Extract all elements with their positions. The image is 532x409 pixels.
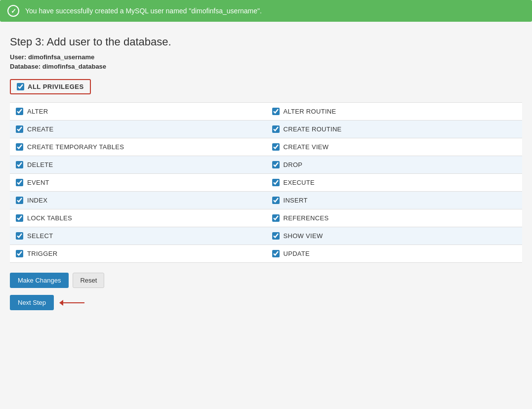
- next-step-button[interactable]: Next Step: [10, 295, 54, 310]
- privilege-checkbox-priv-references[interactable]: [272, 214, 280, 222]
- privilege-label-priv-delete[interactable]: DELETE: [16, 161, 260, 168]
- privilege-checkbox-priv-index[interactable]: [16, 197, 23, 204]
- privilege-text-priv-select: SELECT: [27, 232, 53, 240]
- privilege-checkbox-priv-alter-routine[interactable]: [272, 108, 280, 115]
- success-message: You have successfully created a MySQL us…: [25, 7, 262, 15]
- user-info: User: dimofinfsa_username: [10, 53, 522, 61]
- privilege-label-priv-update[interactable]: UPDATE: [272, 250, 517, 257]
- success-icon: ✓: [7, 5, 19, 17]
- reset-button[interactable]: Reset: [73, 273, 104, 288]
- all-privileges-checkbox-label[interactable]: ALL PRIVILEGES: [10, 79, 91, 94]
- privilege-label-priv-index[interactable]: INDEX: [16, 197, 260, 204]
- privilege-text-priv-index: INDEX: [27, 197, 47, 204]
- privilege-text-priv-trigger: TRIGGER: [27, 250, 57, 257]
- privilege-label-priv-create[interactable]: CREATE: [16, 125, 260, 133]
- all-privileges-label: ALL PRIVILEGES: [28, 83, 84, 90]
- privilege-text-priv-alter: ALTER: [27, 108, 48, 115]
- privilege-text-priv-show-view: SHOW VIEW: [284, 232, 323, 240]
- database-info: Database: dimofinfsa_database: [10, 63, 522, 70]
- privilege-checkbox-priv-drop[interactable]: [272, 161, 280, 168]
- privilege-text-priv-alter-routine: ALTER ROUTINE: [284, 108, 336, 115]
- privilege-label-priv-lock-tables[interactable]: LOCK TABLES: [16, 214, 260, 222]
- privilege-label-priv-alter-routine[interactable]: ALTER ROUTINE: [272, 108, 517, 115]
- privilege-label-priv-insert[interactable]: INSERT: [272, 197, 517, 204]
- privilege-checkbox-priv-event[interactable]: [16, 179, 23, 186]
- privilege-text-priv-references: REFERENCES: [284, 214, 329, 222]
- privilege-text-priv-insert: INSERT: [284, 197, 308, 204]
- privilege-text-priv-create-temp: CREATE TEMPORARY TABLES: [27, 143, 124, 151]
- privilege-text-priv-create-routine: CREATE ROUTINE: [284, 125, 342, 133]
- privilege-label-priv-event[interactable]: EVENT: [16, 179, 260, 186]
- privilege-label-priv-trigger[interactable]: TRIGGER: [16, 250, 260, 257]
- next-step-row: Next Step: [10, 295, 522, 310]
- privilege-text-priv-drop: DROP: [284, 161, 303, 168]
- privilege-checkbox-priv-lock-tables[interactable]: [16, 214, 23, 222]
- make-changes-button[interactable]: Make Changes: [10, 273, 69, 288]
- privilege-checkbox-priv-alter[interactable]: [16, 108, 23, 115]
- privilege-checkbox-priv-execute[interactable]: [272, 179, 280, 186]
- privilege-text-priv-create-view: CREATE VIEW: [284, 143, 329, 151]
- privilege-label-priv-select[interactable]: SELECT: [16, 232, 260, 240]
- privileges-table: ALTERALTER ROUTINECREATECREATE ROUTINECR…: [10, 102, 522, 263]
- privilege-checkbox-priv-create-routine[interactable]: [272, 125, 280, 133]
- privilege-text-priv-create: CREATE: [27, 125, 54, 133]
- privilege-checkbox-priv-trigger[interactable]: [16, 250, 23, 257]
- success-banner: ✓ You have successfully created a MySQL …: [0, 0, 532, 22]
- privilege-checkbox-priv-create-temp[interactable]: [16, 143, 23, 151]
- privilege-label-priv-create-routine[interactable]: CREATE ROUTINE: [272, 125, 517, 133]
- privilege-label-priv-references[interactable]: REFERENCES: [272, 214, 517, 222]
- privilege-text-priv-execute: EXECUTE: [284, 179, 315, 186]
- action-buttons-row: Make Changes Reset: [10, 273, 522, 288]
- privilege-text-priv-event: EVENT: [27, 179, 49, 186]
- privilege-text-priv-lock-tables: LOCK TABLES: [27, 214, 72, 222]
- privilege-label-priv-alter[interactable]: ALTER: [16, 108, 260, 115]
- privilege-label-priv-create-temp[interactable]: CREATE TEMPORARY TABLES: [16, 143, 260, 151]
- privilege-label-priv-show-view[interactable]: SHOW VIEW: [272, 232, 517, 240]
- privilege-checkbox-priv-update[interactable]: [272, 250, 280, 257]
- arrow-indicator: [60, 302, 84, 303]
- all-privileges-checkbox[interactable]: [17, 83, 24, 90]
- privilege-checkbox-priv-select[interactable]: [16, 232, 23, 240]
- privilege-checkbox-priv-create[interactable]: [16, 125, 23, 133]
- privilege-checkbox-priv-show-view[interactable]: [272, 232, 280, 240]
- privilege-label-priv-create-view[interactable]: CREATE VIEW: [272, 143, 517, 151]
- privilege-checkbox-priv-delete[interactable]: [16, 161, 23, 168]
- privilege-text-priv-update: UPDATE: [284, 250, 310, 257]
- privilege-text-priv-delete: DELETE: [27, 161, 53, 168]
- privilege-checkbox-priv-insert[interactable]: [272, 197, 280, 204]
- privilege-label-priv-drop[interactable]: DROP: [272, 161, 517, 168]
- page-title: Step 3: Add user to the database.: [10, 36, 522, 48]
- privilege-checkbox-priv-create-view[interactable]: [272, 143, 280, 151]
- privilege-label-priv-execute[interactable]: EXECUTE: [272, 179, 517, 186]
